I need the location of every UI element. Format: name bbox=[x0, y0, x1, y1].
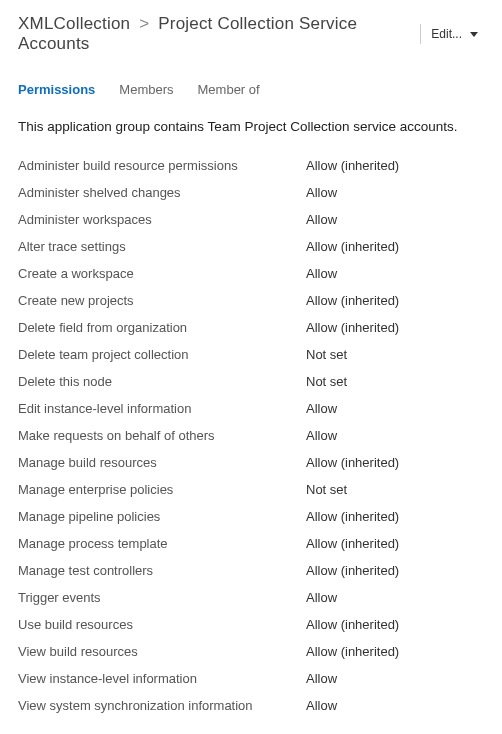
permissions-list: Administer build resource permissionsAll… bbox=[18, 152, 484, 719]
permission-label: Create new projects bbox=[18, 293, 306, 308]
permission-label: Trigger events bbox=[18, 590, 306, 605]
permission-row: View system synchronization informationA… bbox=[18, 692, 484, 719]
permission-value[interactable]: Allow (inherited) bbox=[306, 563, 399, 578]
permission-row: Delete field from organizationAllow (inh… bbox=[18, 314, 484, 341]
permission-value[interactable]: Not set bbox=[306, 482, 347, 497]
group-description: This application group contains Team Pro… bbox=[18, 119, 484, 134]
permission-value[interactable]: Allow bbox=[306, 266, 337, 281]
permission-label: Create a workspace bbox=[18, 266, 306, 281]
permission-row: Manage test controllersAllow (inherited) bbox=[18, 557, 484, 584]
permission-label: View instance-level information bbox=[18, 671, 306, 686]
tab-memberof[interactable]: Member of bbox=[198, 82, 260, 97]
permission-value[interactable]: Allow (inherited) bbox=[306, 509, 399, 524]
permission-value[interactable]: Allow (inherited) bbox=[306, 617, 399, 632]
permission-row: Administer workspacesAllow bbox=[18, 206, 484, 233]
permission-value[interactable]: Allow (inherited) bbox=[306, 293, 399, 308]
permission-label: Delete field from organization bbox=[18, 320, 306, 335]
tab-permissions[interactable]: Permissions bbox=[18, 82, 95, 97]
permission-value[interactable]: Allow (inherited) bbox=[306, 455, 399, 470]
permission-row: Delete team project collectionNot set bbox=[18, 341, 484, 368]
permission-row: Create new projectsAllow (inherited) bbox=[18, 287, 484, 314]
permission-row: Trigger eventsAllow bbox=[18, 584, 484, 611]
permission-row: Administer build resource permissionsAll… bbox=[18, 152, 484, 179]
permission-label: Delete team project collection bbox=[18, 347, 306, 362]
permission-label: View build resources bbox=[18, 644, 306, 659]
permission-row: Edit instance-level informationAllow bbox=[18, 395, 484, 422]
permission-label: Manage build resources bbox=[18, 455, 306, 470]
permission-value[interactable]: Allow (inherited) bbox=[306, 320, 399, 335]
permission-row: Use build resourcesAllow (inherited) bbox=[18, 611, 484, 638]
permission-label: Administer workspaces bbox=[18, 212, 306, 227]
tab-members[interactable]: Members bbox=[119, 82, 173, 97]
permission-row: View instance-level informationAllow bbox=[18, 665, 484, 692]
permission-row: Delete this nodeNot set bbox=[18, 368, 484, 395]
permission-label: Administer shelved changes bbox=[18, 185, 306, 200]
permission-value[interactable]: Allow bbox=[306, 428, 337, 443]
permission-row: Manage build resourcesAllow (inherited) bbox=[18, 449, 484, 476]
permission-value[interactable]: Allow bbox=[306, 590, 337, 605]
breadcrumb-root[interactable]: XMLCollection bbox=[18, 14, 130, 33]
edit-button-label: Edit... bbox=[431, 27, 462, 41]
permission-row: Create a workspaceAllow bbox=[18, 260, 484, 287]
permission-value[interactable]: Allow (inherited) bbox=[306, 239, 399, 254]
permission-value[interactable]: Allow bbox=[306, 698, 337, 713]
permission-value[interactable]: Allow bbox=[306, 401, 337, 416]
permission-value[interactable]: Allow bbox=[306, 212, 337, 227]
permission-row: Make requests on behalf of othersAllow bbox=[18, 422, 484, 449]
permission-row: Alter trace settingsAllow (inherited) bbox=[18, 233, 484, 260]
permission-row: View build resourcesAllow (inherited) bbox=[18, 638, 484, 665]
permission-value[interactable]: Not set bbox=[306, 374, 347, 389]
permission-label: Administer build resource permissions bbox=[18, 158, 306, 173]
permission-row: Administer shelved changesAllow bbox=[18, 179, 484, 206]
permission-label: Manage process template bbox=[18, 536, 306, 551]
tabs: PermissionsMembersMember of bbox=[18, 82, 484, 97]
permission-label: Use build resources bbox=[18, 617, 306, 632]
breadcrumb-separator: > bbox=[139, 14, 149, 33]
permission-row: Manage pipeline policiesAllow (inherited… bbox=[18, 503, 484, 530]
permission-label: Edit instance-level information bbox=[18, 401, 306, 416]
breadcrumb: XMLCollection > Project Collection Servi… bbox=[18, 14, 420, 54]
permission-label: Delete this node bbox=[18, 374, 306, 389]
permission-label: View system synchronization information bbox=[18, 698, 306, 713]
permission-label: Manage pipeline policies bbox=[18, 509, 306, 524]
permission-row: Manage enterprise policiesNot set bbox=[18, 476, 484, 503]
permission-label: Alter trace settings bbox=[18, 239, 306, 254]
edit-button[interactable]: Edit... bbox=[420, 24, 484, 44]
permission-row: Manage process templateAllow (inherited) bbox=[18, 530, 484, 557]
permission-label: Manage enterprise policies bbox=[18, 482, 306, 497]
permission-value[interactable]: Allow bbox=[306, 671, 337, 686]
header: XMLCollection > Project Collection Servi… bbox=[18, 14, 484, 54]
permission-value[interactable]: Allow (inherited) bbox=[306, 644, 399, 659]
permission-value[interactable]: Not set bbox=[306, 347, 347, 362]
permission-value[interactable]: Allow bbox=[306, 185, 337, 200]
chevron-down-icon bbox=[470, 32, 478, 37]
permission-value[interactable]: Allow (inherited) bbox=[306, 536, 399, 551]
permission-value[interactable]: Allow (inherited) bbox=[306, 158, 399, 173]
permission-label: Manage test controllers bbox=[18, 563, 306, 578]
permission-label: Make requests on behalf of others bbox=[18, 428, 306, 443]
